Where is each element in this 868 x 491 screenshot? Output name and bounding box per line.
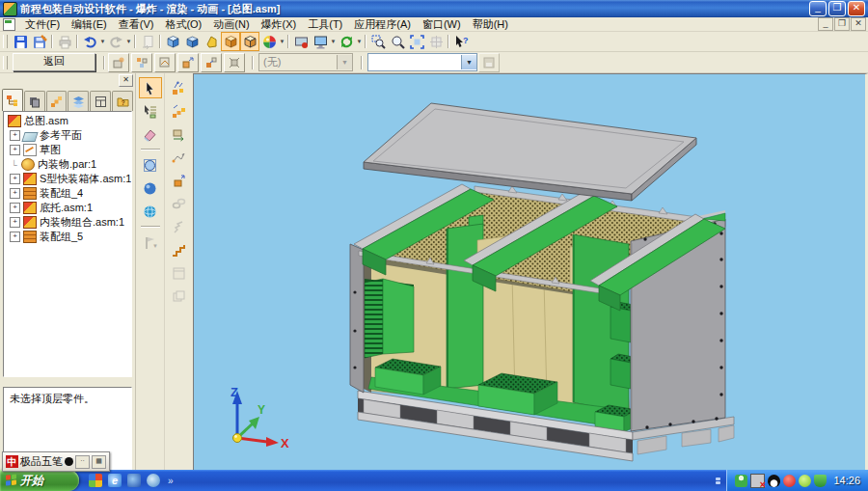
- taskbar-clock[interactable]: 14:26: [833, 475, 860, 486]
- window-tile-button[interactable]: [168, 262, 191, 284]
- help-pointer-button[interactable]: ?: [451, 32, 471, 51]
- explode-preset-combobox[interactable]: (无) ▼: [258, 53, 353, 71]
- undo-button[interactable]: [80, 32, 99, 51]
- pan-button[interactable]: [426, 32, 446, 51]
- redo-dropdown[interactable]: ▼: [125, 33, 132, 50]
- save-configuration-button[interactable]: [478, 53, 500, 72]
- unexplode-button[interactable]: [108, 53, 129, 72]
- shaded-sphere-button[interactable]: [139, 177, 162, 199]
- import-button[interactable]: [138, 32, 157, 51]
- tree-item[interactable]: + 底托.asm:1: [4, 201, 131, 215]
- shaded-edges-view-button[interactable]: [240, 32, 259, 51]
- ime-keyboard-button[interactable]: ▦: [92, 455, 106, 469]
- menu-file[interactable]: 文件(F): [19, 17, 66, 32]
- save-button[interactable]: [11, 32, 30, 51]
- messenger-icon[interactable]: [127, 474, 141, 487]
- redo-button[interactable]: [106, 32, 125, 51]
- move-part-button[interactable]: [177, 53, 199, 72]
- explode-part-button[interactable]: [201, 53, 222, 72]
- flow-path-button[interactable]: [168, 147, 191, 168]
- flag-tool-button[interactable]: ▼: [139, 232, 162, 253]
- panel-splitter[interactable]: [0, 377, 135, 387]
- media-player-icon[interactable]: [89, 474, 102, 487]
- back-button[interactable]: 返回: [13, 53, 95, 71]
- display-config-button[interactable]: [311, 32, 330, 51]
- menu-explode[interactable]: 爆炸(X): [256, 17, 303, 32]
- move-component-button[interactable]: [168, 123, 191, 145]
- tree-item[interactable]: └ 内装物.par:1: [4, 157, 131, 172]
- expander-icon[interactable]: +: [10, 188, 20, 199]
- mdi-minimize-button[interactable]: _: [818, 17, 833, 31]
- tree-item[interactable]: + 内装物组合.asm:1: [4, 215, 131, 230]
- layers-tab[interactable]: [68, 91, 89, 111]
- menu-view[interactable]: 查看(V): [113, 17, 160, 32]
- window-cascade-button[interactable]: [168, 286, 191, 307]
- menu-applications[interactable]: 应用程序(A): [348, 17, 417, 32]
- configuration-combobox[interactable]: ▼: [367, 53, 477, 71]
- expander-icon[interactable]: +: [10, 174, 20, 184]
- scatter-parts-button[interactable]: [168, 77, 191, 98]
- mdi-close-button[interactable]: ✕: [851, 17, 866, 31]
- spring-spacing-button[interactable]: [168, 216, 191, 237]
- expander-icon[interactable]: +: [10, 145, 20, 155]
- print-button[interactable]: [55, 32, 74, 51]
- select-tools-tab[interactable]: [24, 91, 45, 111]
- select-tool-button[interactable]: [139, 77, 162, 98]
- display-dropdown[interactable]: ▼: [330, 33, 337, 50]
- chevron-down-icon[interactable]: ▼: [461, 55, 476, 69]
- tree-item[interactable]: + S型快装箱体.asm:1: [4, 172, 131, 186]
- network-disconnected-tray-icon[interactable]: [750, 474, 765, 488]
- library-tab[interactable]: ?: [112, 91, 133, 111]
- menu-edit[interactable]: 编辑(E): [66, 17, 113, 32]
- qq-tray-icon[interactable]: [768, 475, 780, 487]
- color-dropdown[interactable]: ▼: [279, 33, 285, 50]
- tree-item[interactable]: + 参考平面: [4, 128, 131, 143]
- ime-toolbar[interactable]: 中 极品五笔 ·· ▦: [2, 451, 110, 472]
- expander-icon[interactable]: +: [10, 232, 20, 242]
- ime-mode-button[interactable]: 中: [6, 455, 18, 468]
- expander-icon[interactable]: +: [10, 203, 20, 213]
- browser-globe-icon[interactable]: [147, 474, 160, 487]
- ime-options-button[interactable]: ··: [75, 455, 90, 469]
- antivirus-shield-tray-icon[interactable]: [814, 475, 827, 487]
- rendered-sphere-button[interactable]: [139, 201, 162, 222]
- menu-format[interactable]: 格式(O): [159, 17, 207, 32]
- expander-icon[interactable]: +: [10, 130, 20, 141]
- menu-tools[interactable]: 工具(T): [302, 17, 348, 32]
- undo-dropdown[interactable]: ▼: [99, 33, 106, 50]
- close-button[interactable]: ✕: [848, 1, 865, 16]
- start-button[interactable]: 开始: [0, 470, 79, 491]
- tree-item-root[interactable]: 总图.asm: [4, 114, 131, 128]
- panel-close-button[interactable]: ✕: [119, 74, 133, 87]
- im-status-tray-icon[interactable]: [735, 475, 747, 487]
- ime-punctuation-icon[interactable]: [65, 457, 73, 466]
- explode-settings-button[interactable]: [154, 53, 176, 72]
- auto-explode-button[interactable]: [131, 53, 152, 72]
- toolbar-grip[interactable]: [3, 35, 8, 48]
- restore-button[interactable]: ❐: [828, 1, 846, 16]
- family-tab[interactable]: [46, 91, 68, 111]
- render-setup-button[interactable]: [291, 32, 311, 51]
- pathfinder-tab[interactable]: [2, 89, 23, 111]
- internet-explorer-icon[interactable]: e: [108, 474, 122, 487]
- explode-steps-button[interactable]: [168, 100, 191, 122]
- zoom-area-button[interactable]: [368, 32, 388, 51]
- explode-order-button[interactable]: [168, 239, 191, 260]
- tree-item[interactable]: + 装配组_4: [4, 186, 131, 201]
- refresh-dropdown[interactable]: ▼: [356, 33, 363, 50]
- part-paint-button[interactable]: [202, 32, 221, 51]
- toolbar-grip[interactable]: [3, 56, 8, 69]
- tree-item[interactable]: + 草图: [4, 143, 131, 157]
- select-options-button[interactable]: [139, 100, 162, 122]
- minimize-button[interactable]: _: [809, 1, 827, 16]
- menu-animation[interactable]: 动画(N): [207, 17, 255, 32]
- mdi-restore-button[interactable]: ❐: [834, 17, 850, 31]
- iso-view-button[interactable]: [163, 32, 182, 51]
- menu-window[interactable]: 窗口(W): [417, 17, 467, 32]
- fit-view-button[interactable]: [407, 32, 426, 51]
- erase-tool-button[interactable]: [139, 123, 162, 145]
- quick-launch-overflow-chevron[interactable]: »: [168, 476, 174, 486]
- chevron-down-icon[interactable]: ▼: [337, 55, 352, 69]
- updater-tray-icon[interactable]: [799, 475, 811, 487]
- zoom-button[interactable]: [388, 32, 407, 51]
